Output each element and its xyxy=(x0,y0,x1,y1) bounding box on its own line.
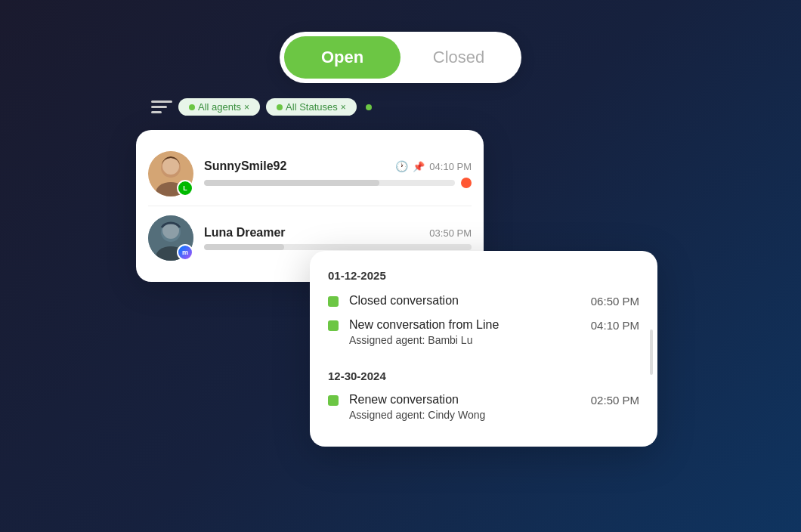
pin-icon: 📌 xyxy=(413,161,425,172)
history-date-1: 01-12-2025 xyxy=(328,269,639,282)
history-content-newline: New conversation from Line 04:10 PM Assi… xyxy=(349,318,639,346)
convo-bar-fill-luna xyxy=(204,244,284,250)
scrollbar xyxy=(650,329,653,375)
convo-bar-sunnysmile xyxy=(204,180,455,186)
channel-badge-messenger: m xyxy=(177,244,193,261)
convo-meta-sunnysmile: 🕐 📌 04:10 PM xyxy=(395,160,472,172)
convo-time-luna: 03:50 PM xyxy=(429,227,472,239)
history-section-divider xyxy=(328,357,639,357)
history-item-newline: New conversation from Line 04:10 PM Assi… xyxy=(328,318,639,346)
history-label-renew: Renew conversation xyxy=(349,393,459,407)
convo-info-luna: Luna Dreamer 03:50 PM xyxy=(204,226,472,250)
filter-tag-agents[interactable]: All agents × xyxy=(178,98,260,116)
toggle-open-button[interactable]: Open xyxy=(284,36,400,79)
unread-dot-sunnysmile xyxy=(461,178,472,188)
svg-point-3 xyxy=(162,158,179,175)
filter-tag-status[interactable]: All Statuses × xyxy=(266,98,357,116)
filter-bar: All agents × All Statuses × xyxy=(151,98,372,116)
history-time-newline: 04:10 PM xyxy=(591,319,639,332)
history-date-2: 12-30-2024 xyxy=(328,370,639,382)
history-time-closed: 06:50 PM xyxy=(591,295,639,308)
history-time-renew: 02:50 PM xyxy=(591,394,639,407)
history-agent-cindy: Assigned agent: Cindy Wong xyxy=(349,409,639,421)
filter-extra-dot xyxy=(366,104,372,110)
scene: Open Closed All agents × All Statuses × xyxy=(128,32,673,500)
history-item-renew: Renew conversation 02:50 PM Assigned age… xyxy=(328,393,639,421)
convo-bar-fill-sunnysmile xyxy=(204,180,379,186)
clock-icon: 🕐 xyxy=(395,160,408,172)
history-bullet-1 xyxy=(328,296,339,307)
history-content-renew: Renew conversation 02:50 PM Assigned age… xyxy=(349,393,639,421)
convo-name-luna: Luna Dreamer xyxy=(204,226,286,240)
convo-info-sunnysmile: SunnySmile92 🕐 📌 04:10 PM xyxy=(204,159,472,188)
filter-icon[interactable] xyxy=(151,100,172,115)
conversation-item-sunnysmile[interactable]: L SunnySmile92 🕐 📌 04:10 PM xyxy=(148,142,472,206)
avatar-sunnysmile-wrap: L xyxy=(148,151,193,196)
toggle-container: Open Closed xyxy=(280,32,521,83)
history-label-closed: Closed conversation xyxy=(349,294,459,308)
history-label-newline: New conversation from Line xyxy=(349,318,499,332)
toggle-closed-button[interactable]: Closed xyxy=(400,36,517,79)
history-content-closed: Closed conversation 06:50 PM xyxy=(349,294,639,308)
channel-badge-line: L xyxy=(177,180,193,196)
history-agent-bambi: Assigned agent: Bambi Lu xyxy=(349,334,639,346)
convo-bar-luna xyxy=(204,244,472,250)
convo-name-sunnysmile: SunnySmile92 xyxy=(204,159,286,173)
history-item-closed: Closed conversation 06:50 PM xyxy=(328,294,639,308)
history-bullet-2 xyxy=(328,320,339,331)
convo-time-sunnysmile: 04:10 PM xyxy=(429,161,472,172)
history-popup-card: 01-12-2025 Closed conversation 06:50 PM … xyxy=(310,251,657,447)
avatar-luna-wrap: m xyxy=(148,215,193,261)
history-bullet-3 xyxy=(328,395,339,406)
